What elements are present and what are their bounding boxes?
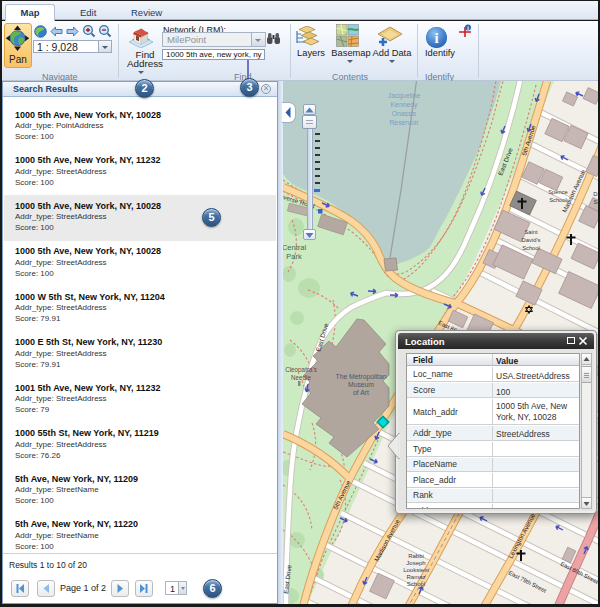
svg-text:Saint: Saint (524, 229, 538, 235)
svg-text:Park: Park (286, 252, 302, 261)
svg-text:School: School (549, 197, 567, 203)
svg-text:Jacqueline: Jacqueline (388, 92, 421, 100)
svg-text:Onassis: Onassis (392, 110, 417, 117)
svg-text:Rabbi: Rabbi (408, 553, 424, 559)
svg-text:i: i (434, 30, 438, 46)
svg-text:Spence: Spence (548, 189, 568, 195)
svg-text:David's: David's (522, 237, 541, 243)
svg-text:Da: Da (593, 191, 598, 197)
svg-text:The Metropolitan: The Metropolitan (335, 373, 386, 381)
svg-text:School: School (407, 581, 425, 587)
svg-text:Central: Central (283, 243, 306, 252)
svg-text:Ramaz: Ramaz (406, 574, 425, 580)
svg-text:Museum: Museum (348, 381, 374, 388)
svg-text:Cleopatra's: Cleopatra's (285, 366, 317, 374)
svg-text:of Art: of Art (353, 389, 369, 396)
svg-text:Needle: Needle (291, 374, 311, 381)
svg-text:School: School (522, 245, 540, 251)
svg-text:Joseph: Joseph (406, 560, 425, 566)
svg-text:Kennedy: Kennedy (391, 101, 418, 109)
svg-text:Reservoir: Reservoir (389, 119, 419, 126)
svg-text:Sc: Sc (594, 199, 598, 205)
svg-text:Lookstein: Lookstein (403, 567, 429, 573)
